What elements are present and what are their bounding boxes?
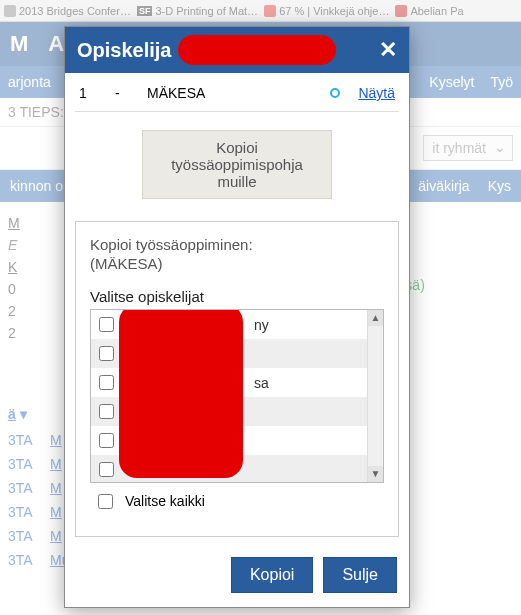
student-checkbox[interactable] — [99, 346, 114, 361]
redacted-names-block — [119, 309, 243, 478]
student-modal: Opiskelija ✕ 1 - MÄKESA Näytä Kopioi työ… — [64, 26, 410, 608]
student-listbox: ny sa ▲ ▼ — [90, 309, 384, 483]
modal-body: 1 - MÄKESA Näytä Kopioi työssäoppimispoh… — [65, 73, 409, 547]
close-button[interactable]: Sulje — [323, 557, 397, 593]
close-icon[interactable]: ✕ — [379, 37, 397, 63]
student-checkbox[interactable] — [99, 433, 114, 448]
student-checkbox[interactable] — [99, 317, 114, 332]
redacted-name — [178, 35, 336, 65]
scroll-up-icon[interactable]: ▲ — [368, 310, 383, 326]
student-checkbox[interactable] — [99, 404, 114, 419]
row-number: 1 — [79, 85, 97, 101]
scroll-down-icon[interactable]: ▼ — [368, 466, 383, 482]
student-code: MÄKESA — [147, 85, 312, 101]
copy-panel: Kopioi työssäoppiminen: (MÄKESA) Valitse… — [75, 221, 399, 537]
select-all-row[interactable]: Valitse kaikki — [90, 483, 384, 513]
student-name-fragment: sa — [254, 375, 269, 391]
status-indicator-icon — [330, 88, 340, 98]
show-link[interactable]: Näytä — [358, 85, 395, 101]
modal-title: Opiskelija — [77, 39, 172, 62]
student-name-fragment: ny — [254, 317, 269, 333]
row-dash: - — [115, 85, 129, 101]
copy-button[interactable]: Kopioi — [231, 557, 313, 593]
panel-subheading: (MÄKESA) — [90, 255, 384, 272]
copy-template-button[interactable]: Kopioi työssäoppimispohja muille — [142, 130, 332, 199]
student-checkbox[interactable] — [99, 462, 114, 477]
student-summary-row: 1 - MÄKESA Näytä — [75, 79, 399, 112]
student-checkbox[interactable] — [99, 375, 114, 390]
panel-heading: Kopioi työssäoppiminen: — [90, 236, 384, 253]
select-all-label: Valitse kaikki — [125, 493, 205, 509]
select-all-checkbox[interactable] — [98, 494, 113, 509]
list-scrollbar[interactable]: ▲ ▼ — [367, 310, 383, 482]
panel-list-label: Valitse opiskelijat — [90, 288, 384, 305]
modal-header: Opiskelija ✕ — [65, 27, 409, 73]
modal-footer: Kopioi Sulje — [65, 547, 409, 607]
